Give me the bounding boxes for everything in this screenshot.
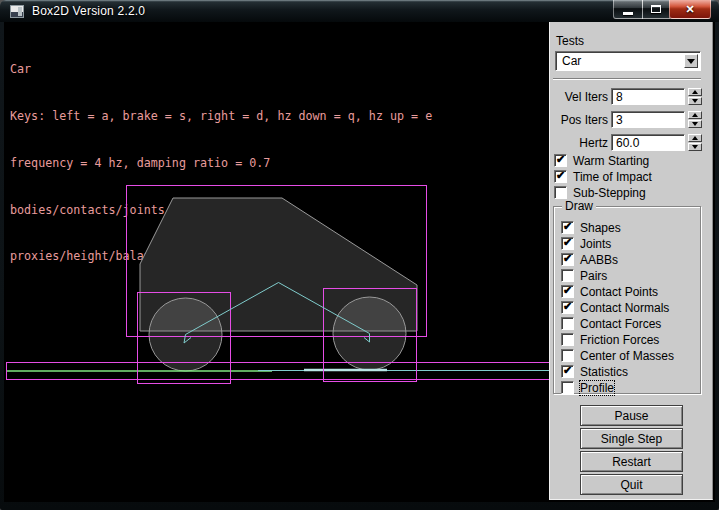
vel-iters-stepper <box>688 88 702 105</box>
arrow-up-icon <box>692 136 698 140</box>
checkbox-label[interactable]: Shapes <box>580 221 621 235</box>
pause-button[interactable]: Pause <box>580 405 683 426</box>
checkbox-box[interactable] <box>561 221 574 234</box>
tests-label: Tests <box>556 34 584 48</box>
checkbox-box[interactable] <box>561 237 574 250</box>
draw-group-title: Draw <box>562 199 596 213</box>
checkbox-center-of-masses[interactable]: Center of Masses <box>561 348 674 363</box>
caption-buttons: ✕ <box>614 0 711 20</box>
simulation-canvas[interactable]: Car Keys: left = a, brake = s, right = d… <box>4 22 715 502</box>
hertz-input[interactable] <box>611 134 685 151</box>
vel-iters-input[interactable] <box>611 88 685 105</box>
pos-iters-label: Pos Iters <box>550 113 608 127</box>
checkbox-contact-points[interactable]: Contact Points <box>561 284 658 299</box>
checkbox-friction-forces[interactable]: Friction Forces <box>561 332 659 347</box>
arrow-up-icon <box>692 113 698 117</box>
checkbox-label[interactable]: Contact Forces <box>580 317 661 331</box>
pos-iters-row: Pos Iters <box>550 111 714 129</box>
vel-iters-row: Vel Iters <box>550 88 714 106</box>
checkbox-pairs[interactable]: Pairs <box>561 268 607 283</box>
checkbox-box[interactable] <box>561 349 574 362</box>
checkbox-time-of-impact[interactable]: Time of Impact <box>554 169 652 184</box>
checkbox-box[interactable] <box>561 253 574 266</box>
pos-iters-input[interactable] <box>611 111 685 128</box>
checkbox-warm-starting[interactable]: Warm Starting <box>554 153 649 168</box>
hertz-row: Hertz <box>550 134 714 152</box>
checkbox-box[interactable] <box>561 381 574 394</box>
checkbox-box[interactable] <box>561 317 574 330</box>
checkbox-box[interactable] <box>561 285 574 298</box>
close-icon: ✕ <box>685 4 694 15</box>
checkbox-label[interactable]: Time of Impact <box>573 170 652 184</box>
checkbox-label[interactable]: Statistics <box>580 365 628 379</box>
checkbox-label[interactable]: Friction Forces <box>580 333 659 347</box>
checkbox-contact-normals[interactable]: Contact Normals <box>561 300 669 315</box>
checkbox-label[interactable]: Sub-Stepping <box>573 186 646 200</box>
checkbox-box[interactable] <box>561 333 574 346</box>
checkbox-statistics[interactable]: Statistics <box>561 364 628 379</box>
checkbox-label[interactable]: AABBs <box>580 253 618 267</box>
arrow-down-icon <box>692 122 698 126</box>
restart-button[interactable]: Restart <box>580 451 683 472</box>
hertz-up-button[interactable] <box>688 134 702 142</box>
vel-iters-down-button[interactable] <box>688 97 702 105</box>
maximize-icon <box>651 5 661 13</box>
pos-iters-stepper <box>688 111 702 128</box>
tests-dropdown-button[interactable] <box>684 54 698 68</box>
app-window: Box2D Version 2.2.0 ✕ Car Keys: left = a… <box>0 0 719 510</box>
checkbox-label[interactable]: Pairs <box>580 269 607 283</box>
vel-iters-label: Vel Iters <box>550 90 608 104</box>
checkbox-label[interactable]: Contact Points <box>580 285 658 299</box>
checkbox-label[interactable]: Joints <box>580 237 611 251</box>
tests-selected-value: Car <box>562 54 581 68</box>
checkbox-label[interactable]: Contact Normals <box>580 301 669 315</box>
minimize-icon <box>623 12 633 15</box>
vel-iters-up-button[interactable] <box>688 88 702 96</box>
checkbox-profile[interactable]: Profile <box>561 380 614 395</box>
checkbox-box[interactable] <box>561 301 574 314</box>
checkbox-sub-stepping[interactable]: Sub-Stepping <box>554 185 646 200</box>
checkbox-box[interactable] <box>561 269 574 282</box>
pos-iters-up-button[interactable] <box>688 111 702 119</box>
window-title: Box2D Version 2.2.0 <box>32 4 145 18</box>
quit-button[interactable]: Quit <box>580 474 683 495</box>
arrow-down-icon <box>692 99 698 103</box>
hertz-down-button[interactable] <box>688 143 702 151</box>
checkbox-shapes[interactable]: Shapes <box>561 220 621 235</box>
hertz-label: Hertz <box>550 136 608 150</box>
checkbox-aabbs[interactable]: AABBs <box>561 252 618 267</box>
separator <box>553 78 701 80</box>
minimize-button[interactable] <box>613 0 643 19</box>
arrow-up-icon <box>692 90 698 94</box>
control-panel: Tests Car Vel Iters Pos Iters <box>549 22 713 500</box>
tests-dropdown[interactable]: Car <box>555 51 701 71</box>
arrow-down-icon <box>692 145 698 149</box>
single-step-button[interactable]: Single Step <box>580 428 683 449</box>
checkbox-label[interactable]: Center of Masses <box>580 349 674 363</box>
checkbox-box[interactable] <box>554 154 567 167</box>
pos-iters-down-button[interactable] <box>688 120 702 128</box>
title-bar[interactable]: Box2D Version 2.2.0 ✕ <box>0 0 719 22</box>
checkbox-label[interactable]: Profile <box>580 381 614 395</box>
checkbox-contact-forces[interactable]: Contact Forces <box>561 316 661 331</box>
checkbox-joints[interactable]: Joints <box>561 236 611 251</box>
chevron-down-icon <box>687 59 695 64</box>
checkbox-box[interactable] <box>554 186 567 199</box>
close-button[interactable]: ✕ <box>669 0 711 19</box>
checkbox-box[interactable] <box>561 365 574 378</box>
checkbox-label[interactable]: Warm Starting <box>573 154 649 168</box>
hertz-stepper <box>688 134 702 151</box>
checkbox-box[interactable] <box>554 170 567 183</box>
app-icon <box>10 5 24 18</box>
maximize-button[interactable] <box>642 0 670 19</box>
